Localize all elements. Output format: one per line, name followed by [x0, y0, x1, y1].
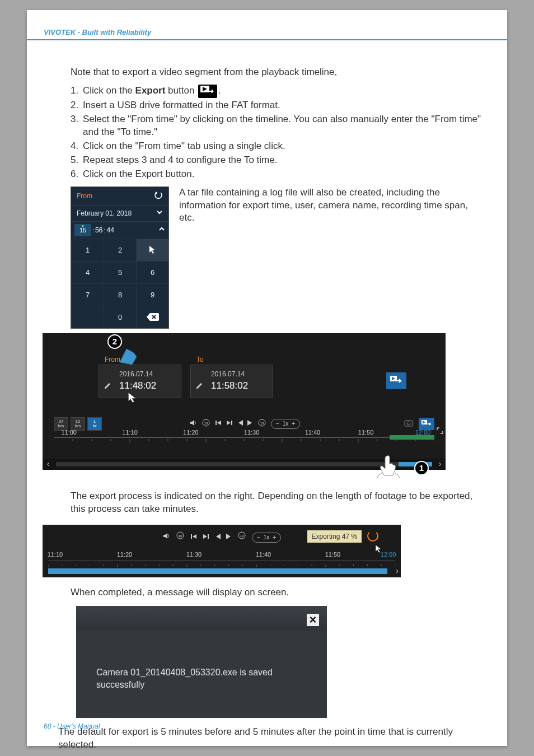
volume-icon[interactable] — [162, 531, 170, 544]
skip-back-icon[interactable] — [190, 531, 197, 544]
volume-icon[interactable] — [189, 419, 197, 429]
zoom-1hr[interactable]: 1 hr — [87, 417, 102, 431]
play-controls: 10 10 − 1x + — [189, 418, 300, 430]
speed-plus[interactable]: + — [292, 420, 295, 428]
step-2: 2. Insert a USB drive formatted in the F… — [71, 99, 485, 112]
play-back-icon[interactable] — [237, 419, 243, 428]
forward-10-icon[interactable]: 10 — [237, 531, 246, 544]
undo-icon[interactable] — [154, 190, 163, 202]
exporting-figure: 10 10 − 1x + Exporting 47 % 11:10 11:20 … — [43, 525, 401, 577]
callout-1: 1 — [414, 461, 429, 475]
ruler-tick: 11:30 — [244, 428, 260, 437]
step-1: 1. Click on the Export button . — [71, 85, 485, 98]
step-text: Click on the "From time" tab using a sin… — [83, 140, 485, 153]
ruler-tick: 11:40 — [305, 428, 321, 437]
numpad-5[interactable]: 5 — [104, 261, 136, 283]
from-panel-time-row[interactable]: ▾15 : 56 : 44 — [71, 222, 168, 239]
edit-icon[interactable] — [104, 381, 111, 389]
progress-bar[interactable] — [48, 568, 387, 574]
ruler-tick: 11:20 — [117, 550, 133, 559]
numpad-2[interactable]: 2 — [104, 239, 136, 261]
ruler-tick: 11:10 — [122, 428, 138, 437]
play-icon[interactable] — [247, 419, 253, 428]
from-time-panel: From February 01, 2018 ▾15 : 56 : — [71, 186, 169, 329]
numpad-1[interactable]: 1 — [71, 239, 104, 261]
numpad-9[interactable]: 9 — [136, 283, 168, 306]
export-clip-button[interactable] — [386, 372, 406, 389]
ruler-tick: 11:40 — [256, 550, 271, 559]
numpad-blank — [71, 306, 104, 328]
play-icon[interactable] — [226, 531, 232, 544]
from-time-box[interactable]: From 2016.07.14 11:48:02 — [99, 365, 181, 398]
colon: : — [102, 226, 106, 235]
svg-text:10: 10 — [260, 422, 264, 425]
svg-marker-11 — [238, 420, 243, 426]
from-panel-date-row[interactable]: February 01, 2018 — [71, 206, 168, 222]
ruler-tick: 11:20 — [183, 428, 199, 437]
svg-marker-12 — [247, 420, 252, 426]
svg-marker-46 — [216, 534, 221, 539]
time-mm[interactable]: 56 — [95, 226, 102, 235]
rewind-10-icon[interactable]: 10 — [202, 418, 210, 430]
speed-minus[interactable]: − — [276, 420, 279, 428]
edit-icon[interactable] — [195, 381, 203, 389]
from-date: 2016.07.14 — [119, 370, 153, 379]
skip-back-icon[interactable] — [215, 419, 222, 428]
close-icon[interactable]: × — [307, 614, 319, 626]
snapshot-icon[interactable] — [404, 419, 413, 429]
scroll-right-icon[interactable]: › — [396, 566, 399, 576]
numpad: 1 2 4 5 6 7 8 9 0 — [71, 239, 168, 328]
ruler-highlight — [390, 435, 434, 440]
numpad-backspace-icon[interactable] — [136, 306, 168, 328]
from-panel-header: From — [71, 187, 168, 206]
numpad-7[interactable]: 7 — [71, 283, 104, 306]
to-date: 2016.07.14 — [211, 370, 245, 379]
numpad-6[interactable]: 6 — [136, 261, 168, 283]
scroll-right-icon[interactable]: › — [434, 459, 446, 469]
ruler-tick: 11:50 — [358, 428, 374, 437]
svg-text:10: 10 — [240, 534, 244, 538]
to-time: 11:58:02 — [211, 380, 248, 393]
export-icon — [198, 85, 217, 98]
step1-part-c: . — [218, 85, 221, 96]
chevron-down-icon — [156, 209, 163, 218]
from-label: From — [105, 355, 120, 364]
numpad-cursor[interactable] — [136, 239, 168, 261]
exporting-badge: Exporting 47 % — [307, 530, 362, 543]
svg-marker-47 — [226, 534, 231, 539]
speed-control[interactable]: − 1x + — [271, 419, 300, 429]
numpad-8[interactable]: 8 — [104, 283, 136, 306]
page: VIVOTEK - Built with Reliability Note th… — [27, 10, 507, 746]
speed-plus[interactable]: + — [273, 534, 276, 542]
time-hh[interactable]: ▾15 — [74, 224, 91, 236]
step-4: 4. Click on the "From time" tab using a … — [71, 140, 485, 153]
expand-icon[interactable] — [437, 427, 443, 434]
speed-minus[interactable]: − — [257, 534, 260, 542]
spinner-icon — [367, 530, 378, 542]
rewind-10-icon[interactable]: 10 — [176, 531, 185, 544]
speed-value: 1x — [283, 420, 289, 428]
step-3: 3. Select the "From time" by clicking on… — [71, 113, 485, 139]
play-back-icon[interactable] — [215, 531, 221, 544]
skip-forward-icon[interactable] — [203, 531, 209, 544]
skip-forward-icon[interactable] — [226, 419, 233, 428]
step-text: Click on the Export button . — [83, 85, 485, 98]
numpad-0[interactable]: 0 — [104, 306, 136, 328]
speed-control[interactable]: − 1x + — [252, 533, 281, 543]
svg-rect-42 — [191, 534, 192, 539]
default-export-paragraph: The default for export is 5 minutes befo… — [58, 726, 485, 752]
numpad-4[interactable]: 4 — [71, 261, 104, 283]
ruler-tick-line — [48, 561, 395, 566]
from-label: From — [77, 192, 92, 200]
chevron-up-icon[interactable] — [158, 226, 165, 235]
forward-10-icon[interactable]: 10 — [257, 418, 266, 430]
svg-marker-44 — [203, 534, 207, 539]
step-number: 4. — [71, 140, 83, 153]
exporting-ruler[interactable]: 11:10 11:20 11:30 11:40 11:50 12:00 — [48, 550, 395, 558]
scroll-left-icon[interactable]: ‹ — [43, 459, 54, 469]
to-time-box[interactable]: To 2016.07.14 11:58:02 — [190, 365, 273, 398]
zoom-24-label: 24 hrs — [58, 419, 64, 428]
step-text: Select the "From time" by clicking on th… — [83, 113, 485, 139]
time-ss[interactable]: 44 — [106, 226, 114, 235]
ruler-tick: 11:00 — [61, 428, 77, 437]
